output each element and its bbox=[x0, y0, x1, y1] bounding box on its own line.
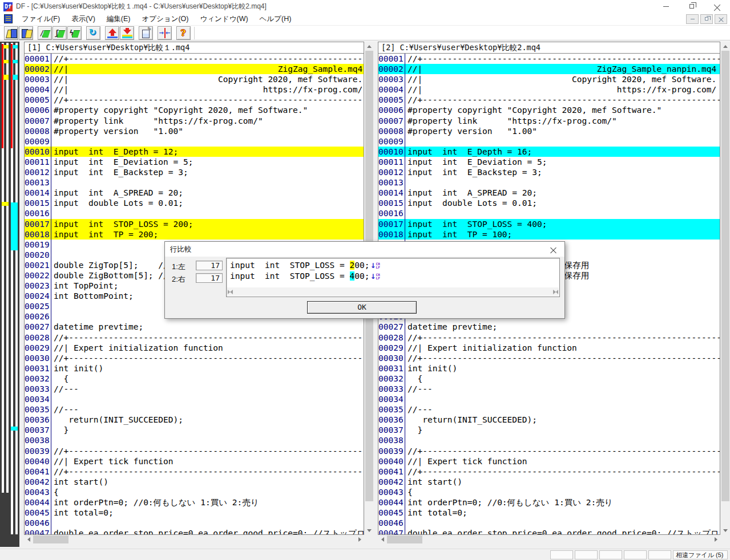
code-line[interactable]: 00047double ea_order_stop_price=0,ea_ord… bbox=[25, 528, 364, 535]
code-line[interactable]: 00047double ea_order_stop_price=0,ea_ord… bbox=[378, 528, 720, 535]
compare-files-button[interactable] bbox=[4, 26, 18, 40]
code-line[interactable]: 00035//--- bbox=[378, 404, 720, 415]
right-scroll-right-button[interactable] bbox=[711, 535, 720, 544]
jump-next-diff-button[interactable] bbox=[67, 26, 82, 40]
code-line[interactable]: 00009 bbox=[378, 136, 720, 147]
code-line[interactable]: 00034 bbox=[25, 394, 364, 404]
left-hscroll-thumb[interactable] bbox=[33, 535, 68, 543]
diff-minimap[interactable] bbox=[0, 42, 19, 547]
left-scroll-down-button[interactable] bbox=[365, 526, 374, 535]
close-button[interactable] bbox=[704, 0, 730, 13]
code-line[interactable]: 00039//+--------------------------------… bbox=[378, 446, 720, 456]
code-line[interactable]: 00003//| Copyright 2020, mef Software. bbox=[378, 74, 720, 84]
right-line-number-field[interactable]: 17 bbox=[196, 273, 223, 283]
jump-prev-diff-button[interactable] bbox=[53, 26, 67, 40]
menu-help[interactable]: ヘルプ(H) bbox=[254, 13, 297, 25]
code-line[interactable]: 00037 } bbox=[378, 425, 720, 435]
code-line[interactable]: 00042int start() bbox=[378, 477, 720, 487]
right-horizontal-scrollbar[interactable] bbox=[378, 535, 720, 544]
code-line[interactable]: 00038 bbox=[25, 435, 364, 445]
code-line[interactable]: 00028//+--------------------------------… bbox=[25, 332, 364, 343]
ok-button[interactable]: OK bbox=[307, 301, 417, 314]
right-hscroll-thumb[interactable] bbox=[387, 535, 422, 543]
code-line[interactable]: 00018input int TP = 200; bbox=[25, 229, 364, 240]
menu-file[interactable]: ファイル(F) bbox=[16, 13, 66, 25]
code-line[interactable]: 00043{ bbox=[378, 487, 720, 497]
code-line[interactable]: 00041//+--------------------------------… bbox=[25, 466, 364, 477]
code-line[interactable]: 00008#property version "1.00" bbox=[378, 126, 720, 136]
code-line[interactable]: 00031int init() bbox=[378, 363, 720, 374]
left-scroll-left-button[interactable] bbox=[24, 535, 33, 544]
prev-difference-button[interactable] bbox=[105, 26, 119, 40]
code-line[interactable]: 00016 bbox=[378, 208, 720, 218]
code-line[interactable]: 00013 bbox=[378, 177, 720, 188]
right-scroll-down-button[interactable] bbox=[721, 526, 730, 535]
merge-button[interactable] bbox=[158, 26, 172, 40]
code-line[interactable]: 00028//+--------------------------------… bbox=[378, 332, 720, 343]
code-line[interactable]: 00042int start() bbox=[25, 477, 364, 487]
code-line[interactable]: 00029//| Expert initialization function bbox=[378, 343, 720, 353]
code-line[interactable]: 00030//+--------------------------------… bbox=[378, 353, 720, 363]
next-difference-button[interactable] bbox=[120, 26, 134, 40]
code-line[interactable]: 00001//+--------------------------------… bbox=[25, 54, 364, 64]
code-line[interactable]: 00030//+--------------------------------… bbox=[25, 353, 364, 363]
minimize-button[interactable] bbox=[653, 0, 679, 13]
code-line[interactable]: 00009 bbox=[25, 136, 364, 147]
dialog-title-bar[interactable]: 行比較 bbox=[165, 242, 564, 257]
code-line[interactable]: 00005//+--------------------------------… bbox=[378, 95, 720, 105]
menu-edit[interactable]: 編集(E) bbox=[101, 13, 136, 25]
right-vertical-scrollbar[interactable] bbox=[721, 42, 730, 535]
left-line-number-field[interactable]: 17 bbox=[196, 261, 223, 270]
code-line[interactable]: 00034 bbox=[378, 394, 720, 404]
code-line[interactable]: 00038 bbox=[378, 435, 720, 445]
code-line[interactable]: 00006#property copyright "Copyright 2020… bbox=[25, 105, 364, 115]
code-line[interactable]: 00035//--- bbox=[25, 404, 364, 415]
file-list-button[interactable] bbox=[19, 26, 33, 40]
code-line[interactable]: 00045int total=0; bbox=[25, 508, 364, 518]
dialog-horizontal-scrollbar[interactable] bbox=[227, 287, 559, 296]
code-line[interactable]: 00036 return(INIT_SUCCEEDED); bbox=[25, 415, 364, 425]
left-scroll-right-button[interactable] bbox=[355, 535, 364, 544]
code-line[interactable]: 00007#property link "https://fx-prog.com… bbox=[378, 116, 720, 126]
code-line[interactable]: 00011input int E_Deviation = 5; bbox=[25, 157, 364, 167]
right-vscroll-thumb[interactable] bbox=[721, 51, 729, 501]
code-line[interactable]: 00010input int E_Depth = 12; bbox=[25, 147, 364, 157]
code-line[interactable]: 00017input int STOP_LOSS = 400; bbox=[378, 219, 720, 229]
code-line[interactable]: 00044int orderPtn=0; //0:何もしない 1:買い 2:売り bbox=[378, 497, 720, 508]
dialog-close-button[interactable] bbox=[542, 242, 564, 257]
code-line[interactable]: 00004//| https://fx-prog.com/ bbox=[378, 84, 720, 95]
right-scroll-up-button[interactable] bbox=[721, 42, 730, 51]
re-compare-button[interactable] bbox=[86, 26, 100, 40]
code-line[interactable]: 00045int total=0; bbox=[378, 508, 720, 518]
code-line[interactable]: 00043{ bbox=[25, 487, 364, 497]
code-line[interactable]: 00046 bbox=[25, 518, 364, 528]
right-file-map[interactable] bbox=[11, 43, 18, 534]
code-line[interactable]: 00007#property link "https://fx-prog.com… bbox=[25, 116, 364, 126]
code-line[interactable]: 00037 } bbox=[25, 425, 364, 435]
code-line[interactable]: 00001//+--------------------------------… bbox=[378, 54, 720, 64]
menu-option[interactable]: オプション(O) bbox=[136, 13, 194, 25]
code-line[interactable]: 00005//+--------------------------------… bbox=[25, 95, 364, 105]
code-line[interactable]: 00044int orderPtn=0; //0:何もしない 1:買い 2:売り bbox=[25, 497, 364, 508]
code-line[interactable]: 00006#property copyright "Copyright 2020… bbox=[378, 105, 720, 115]
code-line[interactable]: 00046 bbox=[378, 518, 720, 528]
help-button[interactable] bbox=[176, 26, 191, 40]
code-line[interactable]: 00027datetime prevtime; bbox=[378, 322, 720, 332]
code-line[interactable]: 00031int init() bbox=[25, 363, 364, 374]
code-line[interactable]: 00014input int A_SPREAD = 20; bbox=[25, 188, 364, 198]
right-scroll-left-button[interactable] bbox=[378, 535, 387, 544]
code-line[interactable]: 00018input int TP = 100; bbox=[378, 229, 720, 240]
mdi-close-button[interactable] bbox=[715, 14, 727, 24]
code-line[interactable]: 00010input int E_Depth = 16; bbox=[378, 147, 720, 157]
code-line[interactable]: 00015input double Lots = 0.01; bbox=[25, 198, 364, 208]
code-line[interactable]: 00033//--- bbox=[378, 384, 720, 394]
code-line[interactable]: 00040//| Expert tick function bbox=[378, 456, 720, 466]
code-line[interactable]: 00016 bbox=[25, 208, 364, 218]
code-line[interactable]: 00012input int E_Backstep = 3; bbox=[378, 167, 720, 177]
code-line[interactable]: 00014input int A_SPREAD = 20; bbox=[378, 188, 720, 198]
dialog-compare-text[interactable]: input int STOP_LOSS = 200;↓CRLFinput int… bbox=[226, 258, 560, 297]
code-line[interactable]: 00012input int E_Backstep = 3; bbox=[25, 167, 364, 177]
code-line[interactable]: 00027datetime prevtime; bbox=[25, 322, 364, 332]
code-line[interactable]: 00011input int E_Deviation = 5; bbox=[378, 157, 720, 167]
menu-view[interactable]: 表示(V) bbox=[66, 13, 101, 25]
